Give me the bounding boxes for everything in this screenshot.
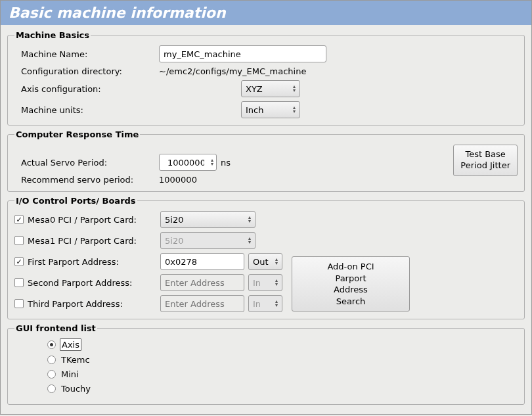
response-time-legend: Computer Response Time [14,129,140,139]
mesa1-checkbox[interactable] [14,236,24,245]
gui-group: GUI frontend list Axis TKemc Mini Touchy [7,323,525,405]
mesa1-value: 5i20 [165,236,183,246]
updown-icon: ▴▾ [293,106,296,114]
machine-name-input[interactable] [159,45,326,62]
servo-period-spinner[interactable]: ▴▾ [159,154,217,171]
updown-icon: ▴▾ [293,85,296,93]
mesa1-label: Mesa1 PCI / Parport Card: [28,236,137,246]
servo-period-label: Actual Servo Period: [14,158,159,168]
updown-icon: ▴▾ [275,300,278,308]
response-time-group: Computer Response Time Actual Servo Peri… [7,129,525,192]
mesa1-select: 5i20 ▴▾ [160,232,255,249]
gui-radio-axis[interactable] [47,340,56,349]
test-jitter-line1: Test Base [460,149,510,160]
gui-radio-tkemc[interactable] [47,356,56,364]
pp1-label: First Parport Address: [28,257,119,267]
recommend-period-value: 1000000 [159,175,197,185]
test-jitter-button[interactable]: Test Base Period Jitter [453,145,518,176]
servo-period-input[interactable] [164,154,208,171]
gui-label-touchy[interactable]: Touchy [60,383,92,394]
pp1-address-input[interactable] [160,253,244,270]
updown-icon: ▴▾ [275,279,278,287]
machine-units-select[interactable]: Inch ▴▾ [241,101,300,118]
servo-period-unit: ns [221,158,231,168]
addon-line4: Search [301,296,400,308]
test-jitter-line2: Period Jitter [460,160,510,172]
pp2-dir-value: In [253,278,261,288]
updown-icon: ▴▾ [248,216,251,223]
machine-units-value: Inch [246,105,263,115]
gui-legend: GUI frontend list [14,323,97,333]
axis-config-value: XYZ [246,84,263,94]
config-dir-label: Configuration directory: [14,66,159,76]
mesa0-checkbox[interactable] [14,215,24,224]
recommend-period-label: Recommend servo period: [14,175,159,185]
updown-icon[interactable]: ▴▾ [211,158,213,166]
gui-radio-mini[interactable] [47,370,56,379]
window-title: Basic machine information [0,0,532,25]
mesa0-select[interactable]: 5i20 ▴▾ [160,211,255,228]
updown-icon: ▴▾ [248,237,251,244]
pp1-dir-value: Out [253,257,269,267]
pp1-dir-select[interactable]: Out ▴▾ [248,253,282,270]
pp2-dir-select: In ▴▾ [248,274,282,291]
pp3-checkbox[interactable] [14,299,24,308]
addon-line2: Parport [301,273,400,285]
main-content: Machine Basics Machine Name: Configurati… [0,25,532,415]
gui-radio-touchy[interactable] [47,384,56,393]
machine-units-label: Machine units: [14,105,159,115]
machine-basics-group: Machine Basics Machine Name: Configurati… [7,30,525,126]
pp2-checkbox[interactable] [14,278,24,287]
pp3-label: Third Parport Address: [28,299,123,309]
addon-line1: Add-on PCI [301,261,400,273]
gui-label-mini[interactable]: Mini [60,369,80,380]
io-group: I/O Control Ports/ Boards Mesa0 PCI / Pa… [7,196,525,319]
updown-icon: ▴▾ [275,258,278,266]
addon-search-button[interactable]: Add-on PCI Parport Address Search [292,256,410,312]
pp3-dir-value: In [253,299,261,309]
pp3-dir-select: In ▴▾ [248,295,282,312]
mesa0-label: Mesa0 PCI / Parport Card: [28,215,137,225]
config-dir-value: ~/emc2/configs/my_EMC_machine [159,66,306,76]
addon-line3: Address [301,284,400,296]
mesa0-value: 5i20 [165,215,183,225]
pp1-checkbox[interactable] [14,257,24,266]
io-legend: I/O Control Ports/ Boards [14,196,137,206]
pp3-address-input [160,295,244,312]
axis-config-label: Axis configuration: [14,84,159,94]
machine-basics-legend: Machine Basics [14,30,91,40]
gui-label-tkemc[interactable]: TKemc [60,354,91,365]
machine-name-label: Machine Name: [14,49,159,59]
axis-config-select[interactable]: XYZ ▴▾ [241,80,300,97]
gui-label-axis[interactable]: Axis [60,338,81,351]
pp2-address-input [160,274,244,291]
pp2-label: Second Parport Address: [28,278,132,288]
